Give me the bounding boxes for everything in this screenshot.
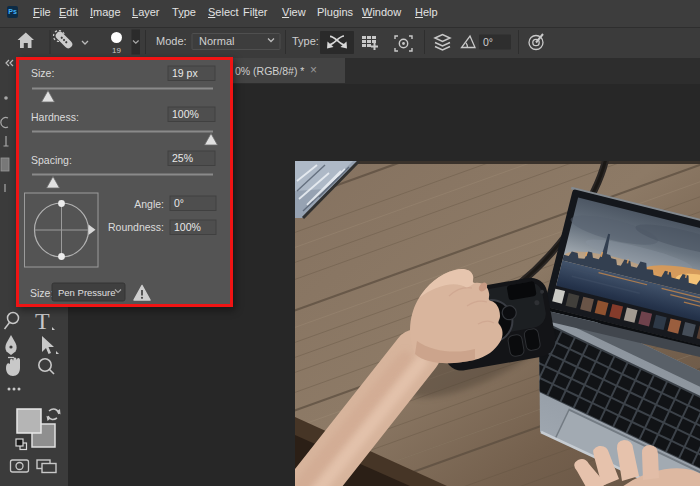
svg-text:19: 19 [112, 46, 121, 55]
svg-text:T: T [35, 308, 50, 334]
svg-text:Size:: Size: [31, 67, 54, 79]
svg-text:Hardness:: Hardness: [31, 111, 79, 123]
svg-text:Type:: Type: [292, 35, 319, 47]
svg-text:Size:: Size: [30, 287, 53, 299]
svg-text:Angle:: Angle: [134, 198, 164, 210]
svg-text:Normal: Normal [199, 35, 234, 47]
svg-text:Pen Pressure: Pen Pressure [58, 287, 116, 298]
svg-text:100%: 100% [174, 221, 201, 233]
svg-text:Mode:: Mode: [156, 35, 187, 47]
svg-text:100%: 100% [172, 108, 199, 120]
svg-text:Roundness:: Roundness: [108, 221, 164, 233]
svg-text:Spacing:: Spacing: [31, 154, 72, 166]
svg-text:0°: 0° [174, 197, 184, 209]
svg-text:19 px: 19 px [172, 67, 198, 79]
svg-text:0°: 0° [483, 36, 493, 48]
svg-text:25%: 25% [172, 152, 193, 164]
